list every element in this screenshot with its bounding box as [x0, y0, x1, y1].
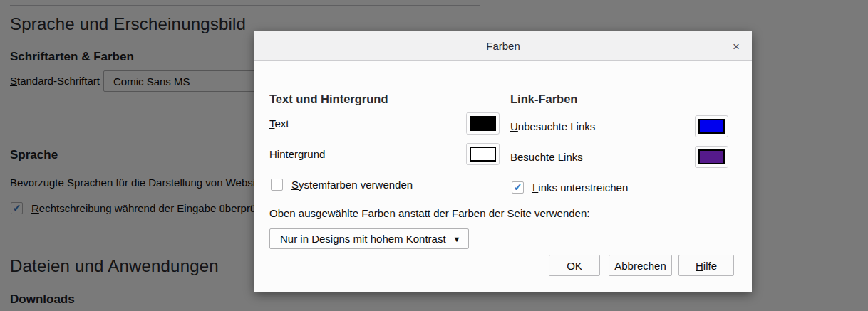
check-icon: ✓: [514, 182, 522, 192]
override-colors-selected-value: Nur in Designs mit hohem Kontrast: [280, 233, 446, 245]
text-color-swatch[interactable]: [466, 112, 500, 135]
heading-text-background: Text und Hintergrund: [269, 93, 388, 106]
background-color-label: Hintergrund: [269, 148, 325, 160]
background-color-value: [470, 147, 496, 162]
underline-links-label: Links unterstreichen: [532, 181, 628, 194]
ok-button[interactable]: OK: [549, 255, 600, 276]
text-color-value: [470, 116, 496, 131]
colors-dialog: Farben × Text und Hintergrund Link-Farbe…: [254, 31, 752, 292]
cancel-button[interactable]: Abbrechen: [609, 255, 672, 276]
help-button[interactable]: Hilfe: [678, 255, 734, 276]
background-color-swatch[interactable]: [466, 143, 500, 165]
system-colors-checkbox[interactable]: [271, 179, 283, 191]
visited-links-label: Besuchte Links: [510, 151, 583, 163]
heading-link-colors: Link-Farben: [510, 93, 577, 106]
unvisited-links-color-swatch[interactable]: [695, 115, 728, 137]
chevron-down-icon: ▼: [453, 235, 461, 243]
underline-links-checkbox[interactable]: ✓: [512, 181, 524, 194]
system-colors-row: Systemfarben verwenden: [271, 179, 413, 191]
override-colors-label: Oben ausgewählte Farben anstatt der Farb…: [269, 207, 589, 219]
dialog-titlebar: Farben ×: [254, 31, 752, 61]
unvisited-links-label: Unbesuchte Links: [510, 120, 595, 132]
dialog-title: Farben: [486, 40, 520, 52]
visited-links-color-value: [698, 149, 725, 164]
close-icon[interactable]: ×: [730, 38, 743, 53]
override-colors-select[interactable]: Nur in Designs mit hohem Kontrast ▼: [269, 228, 469, 249]
text-color-label: Text: [269, 117, 289, 130]
visited-links-color-swatch[interactable]: [695, 146, 728, 168]
firefox-preferences-page: Sprache und Erscheinungsbild Schriftarte…: [0, 0, 868, 311]
underline-links-row: ✓ Links unterstreichen: [512, 181, 628, 194]
system-colors-label: Systemfarben verwenden: [291, 179, 413, 191]
unvisited-links-color-value: [698, 119, 725, 134]
